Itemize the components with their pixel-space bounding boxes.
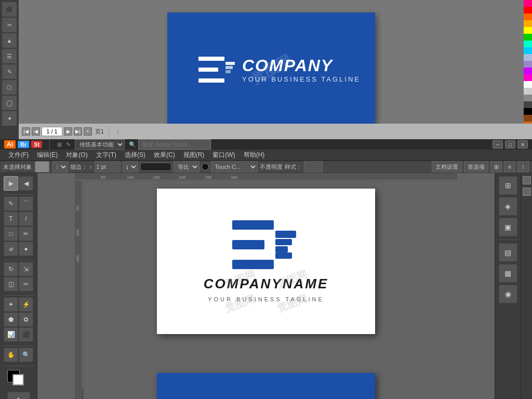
tool-sep-2 — [3, 260, 34, 260]
menu-view[interactable]: 视图(R) — [179, 150, 209, 161]
blend-tool[interactable]: ⬟ — [4, 312, 18, 327]
palette-swatch-18[interactable] — [524, 115, 532, 122]
last-page-btn[interactable]: ▶| — [74, 127, 82, 136]
paintbrush-tool[interactable]: ⌀ — [4, 242, 18, 256]
pen-tool[interactable]: ✎ — [4, 196, 18, 211]
scissors-tool[interactable]: ✂ — [19, 277, 33, 291]
gradient-panel-btn[interactable]: ▦ — [499, 264, 517, 283]
menu-object[interactable]: 对象(O) — [62, 150, 91, 161]
pathfinder-panel-btn[interactable]: ▣ — [499, 218, 517, 236]
style-box[interactable] — [304, 161, 323, 172]
curvature-tool[interactable]: ⌒ — [19, 196, 33, 211]
blob-brush-tool[interactable]: ● — [19, 242, 33, 256]
rotate-tool[interactable]: ↻ — [4, 262, 18, 276]
stroke-unit-select[interactable]: pt — [123, 161, 138, 172]
workspace-select[interactable]: 传统基本功能 — [75, 139, 125, 150]
menu-select[interactable]: 选择(S) — [121, 150, 150, 161]
palette-swatch-1[interactable] — [524, 0, 532, 7]
minimize-btn[interactable]: ─ — [493, 140, 503, 149]
measure-tool[interactable]: ⚡ — [19, 297, 33, 312]
distribute-btn[interactable]: ⁞ — [517, 161, 529, 172]
column-graph-tool[interactable]: 📊 — [4, 327, 18, 342]
menu-file[interactable]: 文件(F) — [4, 150, 33, 161]
top-status-bar: |◀ ◀ ▶ ▶| + 页1 〈 — [19, 124, 532, 139]
top-tool-7[interactable]: ◯ — [2, 96, 17, 110]
rect-tool[interactable]: □ — [4, 227, 18, 241]
page-input[interactable] — [42, 127, 62, 136]
close-btn[interactable]: ✕ — [517, 140, 528, 149]
top-tool-6[interactable]: ⬡ — [2, 80, 17, 95]
palette-swatch-4[interactable] — [524, 20, 532, 27]
menu-effect[interactable]: 效果(C) — [150, 150, 179, 161]
right-expand-btn[interactable] — [523, 188, 531, 196]
palette-swatch-13[interactable] — [524, 81, 532, 88]
palette-swatch-8[interactable] — [524, 47, 532, 54]
search-stock-input[interactable] — [138, 139, 211, 150]
palette-swatch-6[interactable] — [524, 34, 532, 41]
eyedropper-tool[interactable]: ✦ — [4, 297, 18, 312]
card-tagline-top: YOUR BUSINESS TAGLINE — [242, 75, 361, 83]
scale-tool[interactable]: ⇲ — [19, 262, 33, 276]
fill-color-box[interactable] — [35, 161, 49, 172]
transform-panel-btn[interactable]: ◈ — [499, 197, 517, 216]
svg-text:100: 100 — [127, 175, 134, 180]
fill-type-select[interactable]: □ — [52, 161, 68, 172]
menu-text[interactable]: 文字(T) — [92, 150, 121, 161]
palette-swatch-10[interactable] — [524, 61, 532, 68]
e-bar-top — [198, 57, 224, 61]
add-btn[interactable]: + — [7, 392, 30, 399]
top-tool-8[interactable]: ✦ — [2, 111, 17, 126]
eraser-tool[interactable]: ◫ — [4, 277, 18, 291]
touch-select[interactable]: Touch C... — [211, 161, 258, 172]
select-tool[interactable]: ▶ — [4, 176, 18, 191]
palette-swatch-11[interactable] — [524, 68, 532, 74]
arrange-btn[interactable]: ⊞ — [490, 161, 502, 172]
palette-swatch-7[interactable] — [524, 41, 532, 47]
ai-logo-badge: Ai — [4, 140, 16, 149]
palette-swatch-2[interactable] — [524, 7, 532, 14]
type-tool[interactable]: T — [4, 211, 18, 226]
no-selection-label: 未选择对象 — [3, 163, 32, 171]
stroke-box[interactable] — [12, 374, 24, 385]
palette-swatch-16[interactable] — [524, 101, 532, 108]
maximize-btn[interactable]: □ — [505, 140, 515, 149]
top-tool-5[interactable]: ✎ — [2, 64, 17, 79]
align-btn[interactable]: ≡ — [504, 161, 515, 172]
top-tool-3[interactable]: ▲ — [2, 33, 17, 48]
menu-edit[interactable]: 编辑(E) — [33, 150, 62, 161]
doc-settings-btn[interactable]: 文档设置 — [432, 161, 462, 172]
add-page-btn[interactable]: + — [84, 127, 92, 136]
palette-swatch-3[interactable] — [524, 14, 532, 20]
prev-page-btn[interactable]: ◀ — [32, 127, 40, 136]
direct-select-tool[interactable]: ◀ — [19, 176, 33, 191]
artboard-tool[interactable]: ⬛ — [19, 327, 33, 342]
pencil-tool[interactable]: ✏ — [19, 227, 33, 241]
palette-swatch-15[interactable] — [524, 95, 532, 101]
preferences-btn[interactable]: 首选项 — [464, 161, 488, 172]
stroke-input[interactable] — [95, 161, 121, 172]
symbol-tool[interactable]: ✿ — [19, 312, 33, 327]
top-tool-4[interactable]: ☰ — [2, 49, 17, 63]
separator — [109, 126, 109, 137]
palette-swatch-5[interactable] — [524, 27, 532, 34]
menu-window[interactable]: 窗口(W) — [208, 150, 239, 161]
top-tool-2[interactable]: ✂ — [2, 18, 17, 32]
zoom-tool[interactable]: 🔍 — [19, 348, 33, 362]
align-panel-btn[interactable]: ⊞ — [499, 176, 517, 195]
top-tool-1[interactable]: ⬛ — [2, 2, 17, 17]
next-page-btn[interactable]: ▶ — [64, 127, 72, 136]
line-tool[interactable]: / — [19, 211, 33, 226]
appearance-panel-btn[interactable]: ◉ — [499, 285, 517, 303]
color-dot[interactable] — [202, 163, 209, 170]
first-page-btn[interactable]: |◀ — [22, 127, 30, 136]
scale-select[interactable]: 等比 — [174, 161, 200, 172]
palette-swatch-12[interactable] — [524, 74, 532, 81]
palette-swatch-14[interactable] — [524, 88, 532, 95]
stroke-panel-btn[interactable]: ▤ — [499, 243, 517, 262]
canvas-area[interactable]: 50 100 150 200 250 300 50 100 150 — [37, 173, 495, 399]
palette-swatch-9[interactable] — [524, 54, 532, 61]
menu-help[interactable]: 帮助(H) — [240, 150, 269, 161]
hand-tool[interactable]: ✋ — [4, 348, 18, 362]
right-collapse-btn[interactable] — [523, 176, 531, 184]
palette-swatch-17[interactable] — [524, 108, 532, 115]
